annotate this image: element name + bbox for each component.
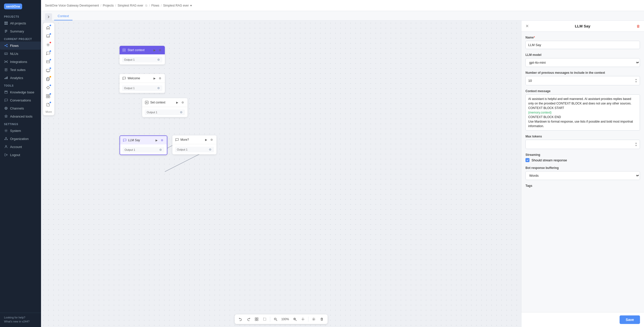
context-message-textarea[interactable]: AI assistant is helpful and well mannere… xyxy=(525,94,640,131)
prev-messages-spinners[interactable]: ▲ ▼ xyxy=(635,78,637,83)
more-gear[interactable]: ⚙ xyxy=(209,137,214,142)
more-btn[interactable]: More xyxy=(44,109,53,114)
fit-view-btn[interactable] xyxy=(253,315,260,323)
save-button[interactable]: Save xyxy=(620,315,640,324)
breadcrumb-flow-name[interactable]: Simplest RAG ever xyxy=(118,4,143,7)
delete-btn[interactable] xyxy=(318,315,325,323)
rp-close-btn[interactable]: ✕ xyxy=(525,24,529,28)
svg-point-8 xyxy=(7,44,8,45)
diamond-dot xyxy=(50,85,51,86)
tab-toggle-btn[interactable] xyxy=(45,13,52,20)
node-llm-say[interactable]: LLM Say ▶ ⚙ Output 1 xyxy=(120,135,167,155)
llm-say-handle[interactable] xyxy=(159,148,162,152)
llm-say-play[interactable]: ▶ xyxy=(154,138,159,142)
start-context-handle[interactable] xyxy=(157,58,160,61)
redo-btn[interactable] xyxy=(245,315,252,323)
svg-rect-46 xyxy=(255,318,256,319)
select-all-btn[interactable] xyxy=(261,315,269,323)
sidebar-item-nlus[interactable]: NLUs xyxy=(0,50,41,58)
grid-toolbar-btn[interactable] xyxy=(44,92,52,100)
tab-context[interactable]: Context xyxy=(54,12,72,20)
doc-toolbar-btn[interactable] xyxy=(44,101,52,109)
analytics-label: Analytics xyxy=(10,76,23,80)
set-context-handle[interactable] xyxy=(179,111,183,114)
copy-icon[interactable]: ⧉ xyxy=(145,4,147,7)
stream-checkbox[interactable] xyxy=(525,158,529,162)
sidebar-item-flows[interactable]: Flows xyxy=(0,42,41,50)
start-context-label: Start context xyxy=(128,48,144,52)
sidebar-item-logout[interactable]: Logout xyxy=(0,151,41,159)
sidebar-item-summary[interactable]: Summary xyxy=(0,27,41,35)
breadcrumb-flow-name2[interactable]: Simplest RAG ever xyxy=(163,4,189,7)
max-tokens-spinner-up[interactable]: ▲ xyxy=(635,142,637,144)
llm-model-select[interactable]: gpt-4o-mini gpt-4o gpt-3.5-turbo xyxy=(525,58,640,67)
start-context-gear[interactable]: ⚙ xyxy=(158,48,162,52)
llm-say-output-label: Output 1 xyxy=(125,148,135,151)
undo-btn[interactable] xyxy=(237,315,244,323)
sidebar-item-all-projects[interactable]: All projects xyxy=(0,19,41,27)
home-toolbar-btn[interactable] xyxy=(44,24,52,32)
screen-toolbar-btn[interactable] xyxy=(44,66,52,75)
more-play[interactable]: ▶ xyxy=(204,137,208,142)
breadcrumb-projects[interactable]: Projects xyxy=(103,4,113,7)
stream-label: Should stream response xyxy=(532,158,567,162)
max-tokens-spinner-down[interactable]: ▼ xyxy=(635,144,637,147)
set-context-play[interactable]: ▶ xyxy=(175,100,179,105)
breadcrumb-project[interactable]: SentiOne Voice Gateway Developement xyxy=(45,4,99,7)
buffering-select[interactable]: Words Sentences None xyxy=(525,171,640,180)
export-toolbar-btn[interactable] xyxy=(44,32,52,40)
start-context-play[interactable]: ▶ xyxy=(152,48,157,52)
copy-toolbar-btn[interactable] xyxy=(44,75,52,83)
settings-btn[interactable] xyxy=(310,315,317,323)
sidebar-item-integrations[interactable]: Integrations xyxy=(0,58,41,66)
sidebar-item-test-suites[interactable]: Test suites xyxy=(0,66,41,74)
welcome-play[interactable]: ▶ xyxy=(152,76,157,81)
whats-new-link[interactable]: What's new in v244? xyxy=(4,320,37,323)
breadcrumb-dropdown-icon[interactable]: ▾ xyxy=(190,4,192,7)
rp-delete-btn[interactable]: 🗑 xyxy=(636,24,640,28)
node-start-context[interactable]: Start context ▶ ⚙ Output 1 xyxy=(120,46,165,64)
welcome-gear[interactable]: ⚙ xyxy=(158,76,162,81)
sidebar-item-conversations[interactable]: Conversations xyxy=(0,96,41,104)
breadcrumb-sep2: / xyxy=(115,4,116,7)
node-set-context[interactable]: Set context ▶ ⚙ Output 1 xyxy=(142,98,187,117)
account-icon xyxy=(4,145,8,149)
sidebar-item-channels[interactable]: Channels xyxy=(0,104,41,112)
help-link[interactable]: Looking for help? xyxy=(4,316,37,319)
breadcrumb-flows[interactable]: Flows xyxy=(151,4,159,7)
max-tokens-spinners[interactable]: ▲ ▼ xyxy=(635,142,637,147)
svg-line-53 xyxy=(276,320,277,321)
llm-say-actions: ▶ ⚙ xyxy=(154,138,164,142)
system-icon xyxy=(4,129,8,133)
flows-icon xyxy=(4,44,8,48)
svg-rect-49 xyxy=(257,319,258,321)
sidebar-item-account[interactable]: Account xyxy=(0,143,41,151)
llm-say-gear[interactable]: ⚙ xyxy=(160,138,164,142)
sidebar-item-system[interactable]: System xyxy=(0,127,41,135)
account-label: Account xyxy=(10,145,22,149)
node-more[interactable]: More? ▶ ⚙ Output 1 xyxy=(172,135,216,154)
chat-toolbar-btn[interactable] xyxy=(44,49,52,57)
zoom-in-btn[interactable] xyxy=(291,315,298,323)
sidebar-item-knowledge-base[interactable]: Knowledge base xyxy=(0,88,41,96)
minimap-btn[interactable] xyxy=(299,315,307,323)
settings-toolbar-btn[interactable] xyxy=(44,41,52,49)
canvas[interactable]: More Start context xyxy=(41,21,521,327)
max-tokens-field: Max tokens ▲ ▼ xyxy=(525,135,640,149)
set-context-gear[interactable]: ⚙ xyxy=(180,100,185,105)
zoom-out-btn[interactable] xyxy=(272,315,279,323)
message-toolbar-btn[interactable] xyxy=(44,58,52,66)
svg-point-35 xyxy=(6,146,7,147)
diamond-toolbar-btn[interactable] xyxy=(44,84,52,92)
sidebar-item-organization[interactable]: Organization xyxy=(0,135,41,143)
spinner-down[interactable]: ▼ xyxy=(635,81,637,83)
svg-rect-39 xyxy=(47,77,49,80)
name-input[interactable] xyxy=(525,41,640,49)
welcome-handle[interactable] xyxy=(157,86,160,90)
sidebar-item-analytics[interactable]: Analytics xyxy=(0,74,41,82)
sidebar-item-advanced-tools[interactable]: Advanced tools xyxy=(0,112,41,120)
spinner-up[interactable]: ▲ xyxy=(635,78,637,81)
svg-rect-6 xyxy=(5,32,6,32)
node-welcome[interactable]: Welcome ▶ ⚙ Output 1 xyxy=(120,74,165,93)
more-handle[interactable] xyxy=(208,148,212,151)
